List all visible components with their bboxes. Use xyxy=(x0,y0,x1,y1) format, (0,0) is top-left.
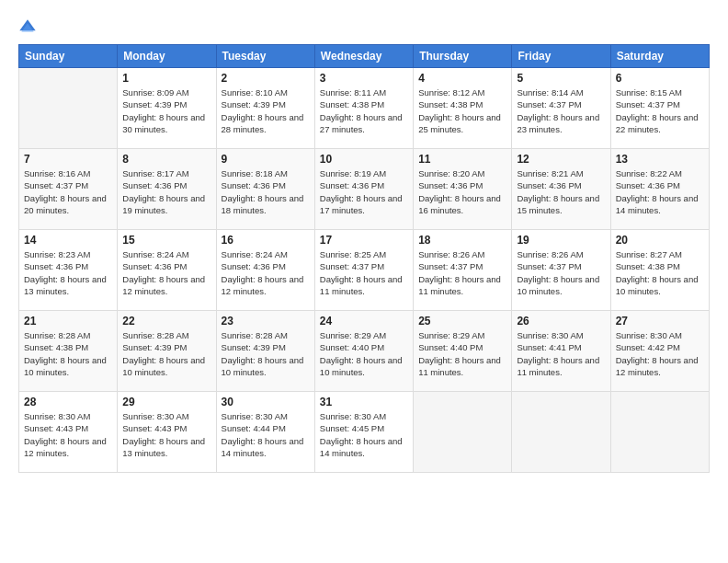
daylight: Daylight: 8 hours and 13 minutes. xyxy=(122,436,205,458)
daylight: Daylight: 8 hours and 14 minutes. xyxy=(222,436,304,458)
day-info: Sunrise: 8:14 AM Sunset: 4:37 PM Dayligh… xyxy=(517,86,605,135)
sunrise: Sunrise: 8:22 AM xyxy=(616,168,682,178)
sunset: Sunset: 4:37 PM xyxy=(616,99,680,109)
calendar-day-cell: 20 Sunrise: 8:27 AM Sunset: 4:38 PM Dayl… xyxy=(610,230,709,311)
day-number: 5 xyxy=(517,72,605,85)
daylight: Daylight: 8 hours and 16 minutes. xyxy=(418,193,501,215)
day-number: 17 xyxy=(320,234,408,247)
calendar-day-cell: 17 Sunrise: 8:25 AM Sunset: 4:37 PM Dayl… xyxy=(314,230,413,311)
sunrise: Sunrise: 8:10 AM xyxy=(222,87,288,98)
day-number: 26 xyxy=(517,315,605,327)
calendar-week-row: 14 Sunrise: 8:23 AM Sunset: 4:36 PM Dayl… xyxy=(19,230,710,311)
calendar-day-cell: 28 Sunrise: 8:30 AM Sunset: 4:43 PM Dayl… xyxy=(19,392,118,473)
header xyxy=(18,18,710,37)
sunrise: Sunrise: 8:18 AM xyxy=(222,168,288,178)
daylight: Daylight: 8 hours and 11 minutes. xyxy=(320,274,403,296)
sunrise: Sunrise: 8:14 AM xyxy=(517,87,583,98)
calendar-day-cell: 5 Sunrise: 8:14 AM Sunset: 4:37 PM Dayli… xyxy=(512,68,610,149)
logo-icon xyxy=(18,18,37,37)
day-number: 9 xyxy=(222,153,310,166)
sunset: Sunset: 4:38 PM xyxy=(418,99,483,109)
daylight: Daylight: 8 hours and 27 minutes. xyxy=(320,112,403,134)
sunset: Sunset: 4:36 PM xyxy=(122,261,187,271)
day-info: Sunrise: 8:28 AM Sunset: 4:39 PM Dayligh… xyxy=(222,329,310,378)
calendar-day-cell: 3 Sunrise: 8:11 AM Sunset: 4:38 PM Dayli… xyxy=(314,68,413,149)
daylight: Daylight: 8 hours and 14 minutes. xyxy=(616,193,699,215)
sunset: Sunset: 4:38 PM xyxy=(24,342,88,352)
sunset: Sunset: 4:45 PM xyxy=(320,423,384,433)
day-info: Sunrise: 8:27 AM Sunset: 4:38 PM Dayligh… xyxy=(616,248,704,297)
daylight: Daylight: 8 hours and 12 minutes. xyxy=(616,355,699,377)
day-number: 16 xyxy=(222,234,310,247)
day-info: Sunrise: 8:15 AM Sunset: 4:37 PM Dayligh… xyxy=(616,86,704,135)
calendar-day-cell: 12 Sunrise: 8:21 AM Sunset: 4:36 PM Dayl… xyxy=(512,149,610,230)
calendar-day-cell: 23 Sunrise: 8:28 AM Sunset: 4:39 PM Dayl… xyxy=(216,311,314,392)
calendar-day-cell: 27 Sunrise: 8:30 AM Sunset: 4:42 PM Dayl… xyxy=(610,311,709,392)
sunrise: Sunrise: 8:17 AM xyxy=(122,168,188,178)
day-of-week-header: Thursday xyxy=(414,45,512,68)
day-number: 23 xyxy=(222,315,310,327)
sunset: Sunset: 4:39 PM xyxy=(222,99,286,109)
day-number: 10 xyxy=(320,153,408,166)
calendar-day-cell: 15 Sunrise: 8:24 AM Sunset: 4:36 PM Dayl… xyxy=(118,230,216,311)
day-number: 21 xyxy=(24,315,112,327)
calendar-day-cell: 24 Sunrise: 8:29 AM Sunset: 4:40 PM Dayl… xyxy=(314,311,413,392)
sunrise: Sunrise: 8:30 AM xyxy=(122,411,188,421)
sunrise: Sunrise: 8:30 AM xyxy=(320,411,386,421)
day-info: Sunrise: 8:17 AM Sunset: 4:36 PM Dayligh… xyxy=(122,167,210,216)
day-number: 12 xyxy=(517,153,605,166)
sunset: Sunset: 4:36 PM xyxy=(418,180,483,190)
day-of-week-header: Wednesday xyxy=(314,45,413,68)
day-info: Sunrise: 8:30 AM Sunset: 4:42 PM Dayligh… xyxy=(616,329,704,378)
daylight: Daylight: 8 hours and 12 minutes. xyxy=(24,436,107,458)
calendar-week-row: 28 Sunrise: 8:30 AM Sunset: 4:43 PM Dayl… xyxy=(19,392,710,473)
calendar-day-cell: 31 Sunrise: 8:30 AM Sunset: 4:45 PM Dayl… xyxy=(314,392,413,473)
daylight: Daylight: 8 hours and 15 minutes. xyxy=(517,193,599,215)
sunrise: Sunrise: 8:09 AM xyxy=(122,87,188,98)
day-info: Sunrise: 8:28 AM Sunset: 4:39 PM Dayligh… xyxy=(122,329,210,378)
calendar-day-cell: 1 Sunrise: 8:09 AM Sunset: 4:39 PM Dayli… xyxy=(118,68,216,149)
sunrise: Sunrise: 8:16 AM xyxy=(24,168,90,178)
daylight: Daylight: 8 hours and 18 minutes. xyxy=(222,193,304,215)
day-number: 13 xyxy=(616,153,704,166)
sunset: Sunset: 4:37 PM xyxy=(320,261,384,271)
daylight: Daylight: 8 hours and 10 minutes. xyxy=(320,355,403,377)
sunset: Sunset: 4:39 PM xyxy=(122,99,187,109)
sunrise: Sunrise: 8:29 AM xyxy=(418,330,484,340)
sunrise: Sunrise: 8:24 AM xyxy=(122,249,188,259)
calendar-day-cell: 6 Sunrise: 8:15 AM Sunset: 4:37 PM Dayli… xyxy=(610,68,709,149)
calendar-week-row: 1 Sunrise: 8:09 AM Sunset: 4:39 PM Dayli… xyxy=(19,68,710,149)
sunrise: Sunrise: 8:12 AM xyxy=(418,87,484,98)
day-info: Sunrise: 8:18 AM Sunset: 4:36 PM Dayligh… xyxy=(222,167,310,216)
calendar-day-cell xyxy=(610,392,709,473)
day-of-week-header: Sunday xyxy=(19,45,118,68)
calendar-day-cell: 26 Sunrise: 8:30 AM Sunset: 4:41 PM Dayl… xyxy=(512,311,610,392)
sunrise: Sunrise: 8:20 AM xyxy=(418,168,484,178)
day-info: Sunrise: 8:16 AM Sunset: 4:37 PM Dayligh… xyxy=(24,167,112,216)
sunset: Sunset: 4:43 PM xyxy=(24,423,88,433)
calendar-day-cell: 2 Sunrise: 8:10 AM Sunset: 4:39 PM Dayli… xyxy=(216,68,314,149)
sunrise: Sunrise: 8:27 AM xyxy=(616,249,682,259)
sunset: Sunset: 4:36 PM xyxy=(122,180,187,190)
calendar-day-cell: 10 Sunrise: 8:19 AM Sunset: 4:36 PM Dayl… xyxy=(314,149,413,230)
day-number: 11 xyxy=(418,153,506,166)
logo xyxy=(18,18,40,37)
calendar-day-cell: 29 Sunrise: 8:30 AM Sunset: 4:43 PM Dayl… xyxy=(118,392,216,473)
sunset: Sunset: 4:37 PM xyxy=(517,261,581,271)
day-number: 18 xyxy=(418,234,506,247)
sunrise: Sunrise: 8:30 AM xyxy=(517,330,583,340)
daylight: Daylight: 8 hours and 10 minutes. xyxy=(222,355,304,377)
day-number: 24 xyxy=(320,315,408,327)
day-number: 25 xyxy=(418,315,506,327)
day-number: 31 xyxy=(320,396,408,408)
calendar-day-cell: 8 Sunrise: 8:17 AM Sunset: 4:36 PM Dayli… xyxy=(118,149,216,230)
sunrise: Sunrise: 8:19 AM xyxy=(320,168,386,178)
sunset: Sunset: 4:42 PM xyxy=(616,342,680,352)
day-info: Sunrise: 8:26 AM Sunset: 4:37 PM Dayligh… xyxy=(517,248,605,297)
day-number: 28 xyxy=(24,396,112,408)
daylight: Daylight: 8 hours and 25 minutes. xyxy=(418,112,501,134)
day-info: Sunrise: 8:22 AM Sunset: 4:36 PM Dayligh… xyxy=(616,167,704,216)
calendar-day-cell: 4 Sunrise: 8:12 AM Sunset: 4:38 PM Dayli… xyxy=(414,68,512,149)
daylight: Daylight: 8 hours and 11 minutes. xyxy=(418,274,501,296)
calendar-table: SundayMondayTuesdayWednesdayThursdayFrid… xyxy=(18,44,710,473)
